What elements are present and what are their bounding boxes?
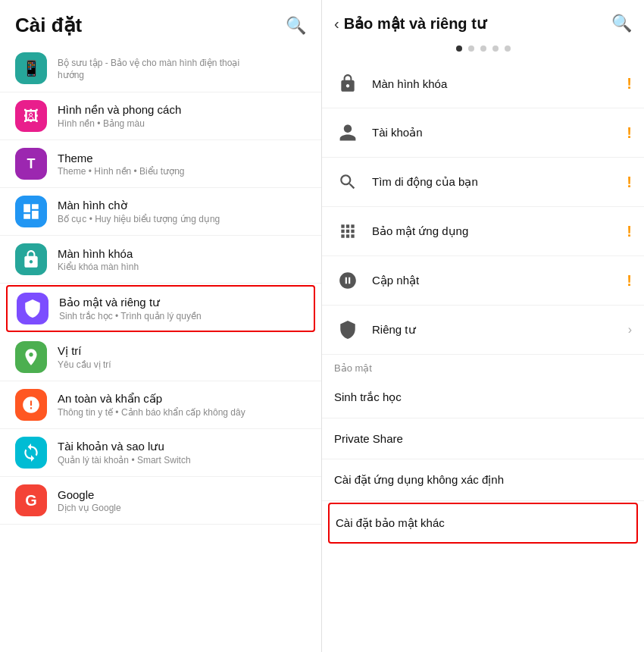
update-warning: ! — [627, 272, 632, 290]
left-header: Cài đặt 🔍 — [0, 0, 321, 45]
right-item-other-security[interactable]: Cài đặt bảo mật khác — [328, 503, 638, 544]
lock-screen-warning: ! — [627, 75, 632, 92]
list-item-lockscreen[interactable]: Màn hình khóa Kiểu khóa màn hình — [0, 236, 321, 284]
account-warning: ! — [627, 124, 632, 142]
dot-5 — [505, 45, 511, 52]
page-dots — [322, 41, 644, 59]
biometric-label: Sinh trắc học — [334, 390, 402, 404]
top-item-title: Bộ sưu tập - Bảo vệ cho màn hình điện th… — [58, 58, 239, 68]
right-item-privacy[interactable]: Riêng tư › — [322, 306, 644, 355]
dot-4 — [492, 45, 499, 52]
update-label: Cập nhật — [372, 274, 627, 287]
wallpaper-subtitle: Hình nền • Bảng màu — [58, 118, 181, 129]
security-subtitle: Sinh trắc học • Trình quản lý quyền — [59, 311, 202, 321]
wallpaper-icon: 🖼 — [15, 100, 47, 132]
lock-screen-icon — [334, 70, 361, 97]
lockscreen-icon — [15, 243, 47, 275]
theme-subtitle: Theme • Hình nền • Biểu tượng — [58, 166, 184, 177]
security-icon — [17, 293, 48, 324]
lockscreen-title: Màn hình khóa — [58, 247, 139, 260]
right-panel: ‹ Bảo mật và riêng tư 🔍 Màn hình khóa ! … — [322, 0, 644, 652]
emergency-title: An toàn và khẩn cấp — [58, 392, 245, 406]
list-item-security[interactable]: Bảo mật và riêng tư Sinh trắc học • Trìn… — [6, 285, 315, 332]
left-panel: Cài đặt 🔍 📱 Bộ sưu tập - Bảo vệ cho màn … — [0, 0, 322, 652]
list-item-accounts[interactable]: Tài khoản và sao lưu Quản lý tài khoản •… — [0, 429, 321, 477]
dot-2 — [468, 45, 474, 52]
privacy-arrow: › — [628, 323, 632, 337]
homescreen-title: Màn hình chờ — [58, 199, 220, 212]
list-item-top[interactable]: 📱 Bộ sưu tập - Bảo vệ cho màn hình điện … — [0, 45, 321, 92]
right-item-biometric[interactable]: Sinh trắc học — [322, 377, 644, 418]
top-item-subtitle: hướng — [58, 70, 239, 80]
privacy-label: Riêng tư — [372, 323, 628, 337]
right-item-find-device[interactable]: Tìm di động của bạn ! — [322, 158, 644, 207]
top-item-icon: 📱 — [15, 52, 47, 84]
left-list: 📱 Bộ sưu tập - Bảo vệ cho màn hình điện … — [0, 45, 321, 652]
google-subtitle: Dịch vụ Google — [58, 503, 121, 513]
emergency-icon — [15, 389, 47, 421]
account-icon — [334, 119, 361, 146]
right-panel-title: Bảo mật và riêng tư — [344, 14, 486, 33]
left-search-icon[interactable]: 🔍 — [286, 16, 306, 36]
homescreen-icon — [15, 196, 47, 227]
list-item-emergency[interactable]: An toàn và khẩn cấp Thông tin y tế • Cản… — [0, 381, 321, 429]
find-device-warning: ! — [627, 174, 632, 191]
private-share-label: Private Share — [334, 432, 403, 445]
right-search-icon[interactable]: 🔍 — [611, 14, 632, 33]
right-list: Màn hình khóa ! Tài khoản ! Tìm di động … — [322, 59, 644, 652]
accounts-subtitle: Quản lý tài khoản • Smart Switch — [58, 455, 191, 465]
homescreen-subtitle: Bố cục • Huy hiệu biểu tượng ứng dụng — [58, 214, 220, 224]
lockscreen-subtitle: Kiểu khóa màn hình — [58, 262, 139, 272]
list-item-wallpaper[interactable]: 🖼 Hình nền và phong cách Hình nền • Bảng… — [0, 92, 321, 140]
right-item-private-share[interactable]: Private Share — [322, 418, 644, 459]
security-section-label: Bảo mật — [322, 355, 644, 377]
install-unknown-label: Cài đặt ứng dụng không xác định — [334, 473, 504, 487]
theme-icon: T — [15, 148, 47, 180]
theme-title: Theme — [58, 152, 184, 165]
dot-3 — [480, 45, 486, 52]
list-item-location[interactable]: Vị trí Yêu cầu vị trí — [0, 334, 321, 381]
location-icon — [15, 341, 47, 373]
dot-1 — [456, 45, 462, 52]
accounts-icon — [15, 437, 47, 469]
right-item-update[interactable]: Cập nhật ! — [322, 256, 644, 306]
google-title: Google — [58, 488, 121, 501]
other-security-label: Cài đặt bảo mật khác — [336, 516, 445, 530]
app-security-icon — [334, 218, 361, 245]
app-security-warning: ! — [627, 223, 632, 240]
find-device-icon — [334, 168, 361, 196]
find-device-label: Tìm di động của bạn — [372, 175, 627, 189]
security-title: Bảo mật và riêng tư — [59, 296, 202, 309]
google-icon: G — [15, 484, 47, 516]
right-item-account[interactable]: Tài khoản ! — [322, 108, 644, 158]
account-label: Tài khoản — [372, 126, 627, 139]
right-item-app-security[interactable]: Bảo mật ứng dụng ! — [322, 207, 644, 256]
location-subtitle: Yêu cầu vị trí — [58, 359, 111, 370]
emergency-subtitle: Thông tin y tế • Cảnh báo khẩn cấp không… — [58, 407, 245, 418]
update-icon — [334, 267, 361, 294]
list-item-google[interactable]: G Google Dịch vụ Google — [0, 477, 321, 525]
app-security-label: Bảo mật ứng dụng — [372, 224, 627, 238]
location-title: Vị trí — [58, 344, 111, 358]
right-item-lock-screen[interactable]: Màn hình khóa ! — [322, 59, 644, 108]
right-item-install-unknown[interactable]: Cài đặt ứng dụng không xác định — [322, 459, 644, 501]
wallpaper-title: Hình nền và phong cách — [58, 103, 181, 117]
list-item-homescreen[interactable]: Màn hình chờ Bố cục • Huy hiệu biểu tượn… — [0, 188, 321, 236]
left-panel-title: Cài đặt — [15, 14, 82, 37]
back-button[interactable]: ‹ — [334, 15, 339, 33]
lock-screen-label: Màn hình khóa — [372, 77, 627, 90]
right-header: ‹ Bảo mật và riêng tư 🔍 — [322, 0, 644, 41]
accounts-title: Tài khoản và sao lưu — [58, 440, 191, 453]
list-item-theme[interactable]: T Theme Theme • Hình nền • Biểu tượng — [0, 140, 321, 188]
privacy-icon — [334, 316, 361, 343]
